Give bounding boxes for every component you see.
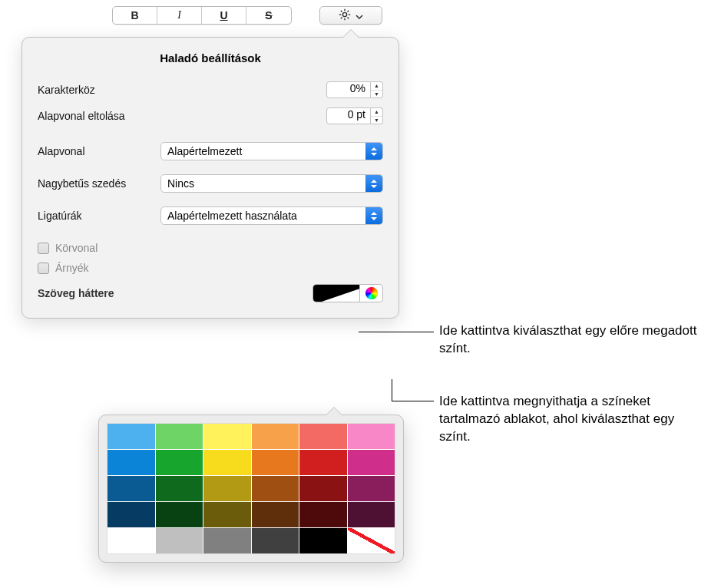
char-spacing-label: Karakterköz xyxy=(38,84,153,96)
callout-line xyxy=(392,379,392,401)
color-swatch[interactable] xyxy=(156,502,203,527)
advanced-options-popover: Haladó beállítások Karakterköz 0% ▲ ▼ Al… xyxy=(21,37,399,319)
stepper-arrows[interactable]: ▲ ▼ xyxy=(371,81,383,98)
gear-icon xyxy=(339,8,351,23)
color-swatch[interactable] xyxy=(252,502,299,527)
color-swatch[interactable] xyxy=(348,450,395,475)
no-color-swatch[interactable] xyxy=(348,528,395,553)
color-swatch[interactable] xyxy=(203,528,251,553)
color-swatch[interactable] xyxy=(252,450,299,475)
color-swatch[interactable] xyxy=(156,424,203,449)
baseline-label: Alapvonal xyxy=(38,145,160,157)
chevron-up-icon[interactable]: ▲ xyxy=(371,82,382,91)
svg-line-8 xyxy=(348,10,349,12)
chevron-down-icon[interactable]: ▼ xyxy=(371,91,382,98)
svg-line-5 xyxy=(341,10,342,12)
caps-select-value: Nincs xyxy=(167,177,194,190)
select-arrows-icon xyxy=(365,175,382,192)
color-swatch[interactable] xyxy=(299,424,347,449)
color-swatch[interactable] xyxy=(156,528,203,553)
color-swatch[interactable] xyxy=(299,502,347,527)
popover-title: Haladó beállítások xyxy=(38,51,383,64)
color-swatch[interactable] xyxy=(203,450,251,475)
baseline-select[interactable]: Alapértelmezett xyxy=(160,142,383,160)
svg-point-0 xyxy=(342,12,346,16)
baseline-shift-value[interactable]: 0 pt xyxy=(326,107,371,124)
color-palette-grid xyxy=(107,423,395,554)
baseline-select-value: Alapértelmezett xyxy=(167,145,242,157)
callout-preset-color: Ide kattintva kiválaszthat egy előre meg… xyxy=(439,322,700,358)
select-arrows-icon xyxy=(365,143,382,160)
color-swatch[interactable] xyxy=(203,424,251,449)
color-swatch[interactable] xyxy=(252,476,299,501)
format-toolbar: B I U S xyxy=(112,6,382,25)
color-swatch[interactable] xyxy=(107,502,155,527)
color-swatch[interactable] xyxy=(348,502,395,527)
color-picker-button[interactable] xyxy=(360,284,383,302)
char-spacing-value[interactable]: 0% xyxy=(326,81,371,98)
callout-color-window: Ide kattintva megnyithatja a színeket ta… xyxy=(439,393,700,446)
text-style-segmented: B I U S xyxy=(112,6,292,25)
caps-label: Nagybetűs szedés xyxy=(38,177,160,190)
color-swatch[interactable] xyxy=(348,476,395,501)
bold-button[interactable]: B xyxy=(113,7,157,24)
color-swatch[interactable] xyxy=(299,476,347,501)
color-swatch[interactable] xyxy=(203,502,251,527)
chevron-down-icon xyxy=(356,10,363,21)
ligatures-select[interactable]: Alapértelmezett használata xyxy=(160,206,383,225)
color-swatch[interactable] xyxy=(299,450,347,475)
char-spacing-stepper[interactable]: 0% ▲ ▼ xyxy=(326,81,383,98)
color-swatch[interactable] xyxy=(107,528,155,553)
baseline-shift-stepper[interactable]: 0 pt ▲ ▼ xyxy=(326,107,383,124)
text-background-label: Szöveg háttere xyxy=(38,287,313,299)
color-swatch[interactable] xyxy=(348,424,395,449)
stepper-arrows[interactable]: ▲ ▼ xyxy=(371,107,383,124)
text-background-color-well[interactable] xyxy=(313,284,360,302)
color-swatch[interactable] xyxy=(107,450,155,475)
outline-checkbox[interactable] xyxy=(38,243,49,254)
strikethrough-button[interactable]: S xyxy=(246,7,291,24)
caps-select[interactable]: Nincs xyxy=(160,174,383,193)
underline-button[interactable]: U xyxy=(202,7,246,24)
color-swatch[interactable] xyxy=(156,450,203,475)
color-swatch[interactable] xyxy=(252,424,299,449)
shadow-checkbox-label: Árnyék xyxy=(55,262,89,274)
color-wheel-icon xyxy=(365,287,378,299)
advanced-options-button[interactable] xyxy=(319,6,382,25)
select-arrows-icon xyxy=(365,207,382,224)
callout-line xyxy=(359,332,434,332)
chevron-up-icon[interactable]: ▲ xyxy=(371,108,382,117)
color-palette-popover xyxy=(98,415,404,563)
callout-line xyxy=(392,401,434,401)
svg-line-7 xyxy=(341,17,342,18)
color-swatch[interactable] xyxy=(203,476,251,501)
italic-button[interactable]: I xyxy=(157,7,202,24)
color-swatch[interactable] xyxy=(107,424,155,449)
ligatures-label: Ligatúrák xyxy=(38,210,160,222)
color-swatch[interactable] xyxy=(299,528,347,553)
color-swatch[interactable] xyxy=(252,528,299,553)
svg-line-6 xyxy=(348,17,349,18)
baseline-shift-label: Alapvonal eltolása xyxy=(38,110,153,122)
color-swatch[interactable] xyxy=(156,476,203,501)
color-swatch[interactable] xyxy=(107,476,155,501)
shadow-checkbox[interactable] xyxy=(38,263,49,274)
ligatures-select-value: Alapértelmezett használata xyxy=(167,210,297,222)
chevron-down-icon[interactable]: ▼ xyxy=(371,117,382,124)
outline-checkbox-label: Körvonal xyxy=(55,242,98,254)
